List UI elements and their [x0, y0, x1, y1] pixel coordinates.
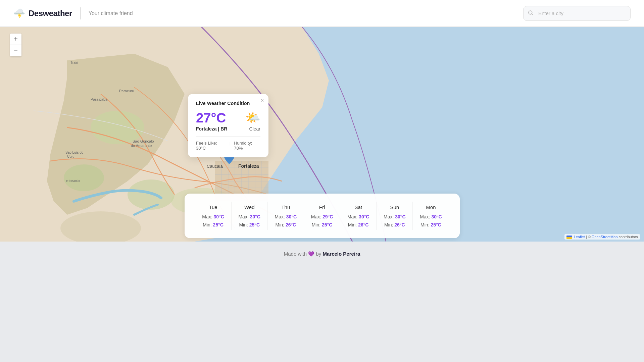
forecast-max: Max: 30°C	[273, 214, 299, 219]
map-zoom-controls: + −	[10, 34, 21, 56]
forecast-day-name: Mon	[417, 204, 444, 210]
footer-author: Marcelo Pereira	[323, 251, 360, 257]
forecast-min: Min: 25°C	[309, 222, 335, 227]
logo-text: Desweather	[29, 9, 72, 18]
popup-humidity: Humidity: 78%	[234, 141, 260, 151]
zoom-in-button[interactable]: +	[10, 34, 21, 45]
forecast-max: Max: 30°C	[381, 214, 408, 219]
attribution-separator: | ©	[586, 235, 592, 239]
svg-text:São Luís do: São Luís do	[65, 151, 84, 154]
popup-condition: Clear	[249, 126, 260, 132]
forecast-day-name: Wed	[236, 204, 263, 210]
forecast-day-tue: Tue Max: 30°C Min: 25°C	[195, 202, 232, 230]
header-divider	[80, 7, 81, 19]
forecast-max: Max: 30°C	[236, 214, 263, 219]
forecast-day-mon: Mon Max: 30°C Min: 25°C	[413, 202, 449, 230]
weather-popup: × Live Weather Condition 27°C 🌤️ Fortale…	[188, 94, 268, 157]
forecast-day-name: Tue	[200, 204, 227, 210]
logo-area: 🌩️ Desweather	[13, 8, 72, 19]
popup-temperature: 27°C	[196, 111, 226, 124]
popup-city: Fortaleza | BR	[196, 126, 227, 132]
forecast-day-name: Sun	[381, 204, 408, 210]
svg-text:Paracuru: Paracuru	[119, 89, 134, 93]
svg-text:Curu: Curu	[67, 155, 75, 158]
forecast-min: Min: 26°C	[345, 222, 371, 227]
popup-separator: |	[230, 141, 231, 151]
footer-text-before: Made with	[284, 251, 307, 257]
svg-text:Caucaia: Caucaia	[207, 164, 223, 169]
forecast-max: Max: 30°C	[417, 214, 444, 219]
forecast-max: Max: 30°C	[345, 214, 371, 219]
forecast-min: Min: 25°C	[236, 222, 263, 227]
svg-text:São Gonçalo: São Gonçalo	[133, 139, 154, 143]
forecast-day-sat: Sat Max: 30°C Min: 26°C	[340, 202, 377, 230]
svg-text:Trairi: Trairi	[70, 61, 78, 64]
forecast-min: Min: 26°C	[381, 222, 408, 227]
leaflet-link[interactable]: Leaflet	[574, 235, 585, 239]
popup-weather-icon: 🌤️	[245, 111, 260, 125]
search-container	[523, 6, 631, 21]
attribution-suffix: contributors	[619, 235, 638, 239]
forecast-day-name: Sat	[345, 204, 371, 210]
forecast-min: Min: 25°C	[417, 222, 444, 227]
forecast-panel: Tue Max: 30°C Min: 25°C Wed Max: 30°C Mi…	[185, 194, 460, 238]
svg-text:do Amarante: do Amarante	[131, 144, 152, 148]
forecast-max: Max: 29°C	[309, 214, 335, 219]
popup-city-row: Fortaleza | BR Clear	[196, 126, 260, 132]
heart-icon: 💜	[308, 251, 314, 257]
header: 🌩️ Desweather Your climate friend	[0, 0, 644, 27]
popup-details: Feels Like: 30°C | Humidity: 78%	[196, 141, 260, 151]
svg-text:Fortaleza: Fortaleza	[238, 163, 259, 169]
popup-temp-row: 27°C 🌤️	[196, 111, 260, 125]
forecast-day-fri: Fri Max: 29°C Min: 25°C	[304, 202, 340, 230]
map-attribution: Leaflet | © OpenStreetMap contributors	[564, 234, 640, 240]
forecast-day-name: Thu	[273, 204, 299, 210]
forecast-day-name: Fri	[309, 204, 335, 210]
osm-link[interactable]: OpenStreetMap	[592, 235, 618, 239]
forecast-min: Min: 26°C	[273, 222, 299, 227]
zoom-out-button[interactable]: −	[10, 45, 21, 56]
popup-divider	[196, 136, 260, 137]
tagline: Your climate friend	[89, 10, 133, 16]
map-area: Paraipaba Paracuru São Gonçalo do Amaran…	[0, 27, 644, 242]
forecast-day-wed: Wed Max: 30°C Min: 25°C	[232, 202, 268, 230]
popup-close-button[interactable]: ×	[261, 98, 264, 103]
svg-point-7	[64, 164, 104, 191]
svg-text:entecoste: entecoste	[66, 179, 81, 183]
city-search-input[interactable]	[523, 6, 631, 21]
forecast-min: Min: 25°C	[200, 222, 227, 227]
forecast-max: Max: 30°C	[200, 214, 227, 219]
svg-text:Paraipaba: Paraipaba	[91, 97, 108, 101]
footer-text-by: by	[316, 251, 321, 257]
popup-title: Live Weather Condition	[196, 101, 260, 106]
logo-icon: 🌩️	[13, 8, 25, 19]
forecast-day-thu: Thu Max: 30°C Min: 26°C	[268, 202, 304, 230]
svg-line-1	[532, 14, 533, 15]
search-icon	[528, 10, 533, 17]
forecast-day-sun: Sun Max: 30°C Min: 26°C	[377, 202, 413, 230]
footer: Made with 💜 by Marcelo Pereira	[0, 242, 644, 266]
popup-feels-like: Feels Like: 30°C	[196, 141, 226, 151]
